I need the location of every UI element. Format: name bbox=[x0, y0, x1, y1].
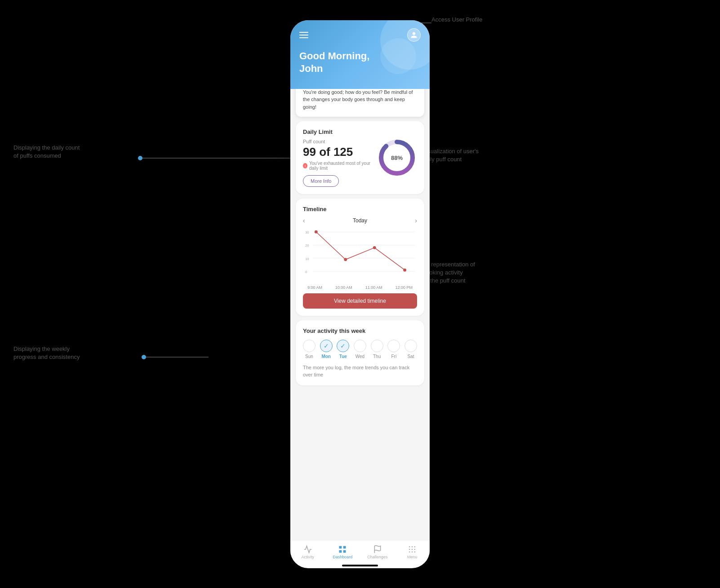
svg-text:30: 30 bbox=[305, 230, 309, 234]
motivation-text: You're doing good; how do you feel? Be m… bbox=[303, 89, 417, 111]
svg-rect-30 bbox=[343, 550, 346, 553]
svg-point-40 bbox=[414, 551, 416, 553]
donut-chart: 88% bbox=[377, 137, 417, 178]
daily-limit-title: Daily Limit bbox=[303, 128, 377, 135]
svg-point-38 bbox=[409, 551, 410, 553]
day-mon: ✓ Mon bbox=[320, 340, 333, 359]
nav-label-challenges: Challenges bbox=[367, 555, 387, 559]
svg-point-5 bbox=[138, 156, 142, 160]
menu-icon bbox=[408, 545, 417, 554]
timeline-next-button[interactable]: › bbox=[415, 217, 417, 224]
svg-point-33 bbox=[412, 546, 413, 547]
day-label-tue: Tue bbox=[339, 354, 347, 359]
motivation-card: You're doing good; how do you feel? Be m… bbox=[296, 89, 424, 117]
dashboard-icon bbox=[338, 545, 347, 554]
day-circle-thu bbox=[371, 340, 383, 352]
annotation-weekly-progress: Displaying the weeklyprogress and consis… bbox=[13, 345, 80, 361]
svg-point-36 bbox=[412, 548, 413, 550]
chart-x-labels: 9:00 AM 10:00 AM 11:00 AM 12:00 PM bbox=[303, 285, 417, 290]
daily-limit-card: Daily Limit Puff count 99 of 125 ! You'v… bbox=[296, 121, 424, 194]
day-tue: ✓ Tue bbox=[337, 340, 349, 359]
svg-point-34 bbox=[414, 546, 416, 547]
bottom-nav: Activity Dashboard Challenges bbox=[290, 540, 430, 562]
daily-limit-info: Daily Limit Puff count 99 of 125 ! You'v… bbox=[303, 128, 377, 187]
timeline-current-date: Today bbox=[353, 217, 367, 224]
svg-rect-27 bbox=[339, 546, 342, 548]
nav-label-dashboard: Dashboard bbox=[333, 555, 352, 559]
day-label-sat: Sat bbox=[407, 354, 414, 359]
day-label-mon: Mon bbox=[321, 354, 331, 359]
svg-point-25 bbox=[373, 246, 376, 249]
annotation-visualization: Visualization of user'sdaily puff count bbox=[422, 147, 479, 164]
day-circle-sun bbox=[303, 340, 316, 352]
day-circle-mon: ✓ bbox=[320, 340, 333, 352]
svg-point-35 bbox=[409, 548, 410, 550]
day-sat: Sat bbox=[404, 340, 417, 359]
svg-text:20: 20 bbox=[305, 244, 309, 248]
annotation-daily-count: Displaying the daily countof puffs consu… bbox=[13, 144, 80, 160]
day-label-fri: Fri bbox=[391, 354, 396, 359]
svg-rect-29 bbox=[339, 550, 342, 553]
app-header: Good Morning,John bbox=[290, 20, 430, 89]
view-timeline-button[interactable]: View detailed timeline bbox=[303, 293, 417, 309]
nav-label-activity: Activity bbox=[301, 555, 314, 559]
day-thu: Thu bbox=[371, 340, 383, 359]
scroll-content[interactable]: You're doing good; how do you feel? Be m… bbox=[290, 89, 430, 540]
day-wed: Wed bbox=[354, 340, 366, 359]
chart-label-10am: 10:00 AM bbox=[335, 285, 352, 290]
weekly-activity-title: Your activity this week bbox=[303, 327, 417, 334]
timeline-nav: ‹ Today › bbox=[303, 217, 417, 224]
puff-count: 99 of 125 bbox=[303, 145, 377, 159]
warning-icon: ! bbox=[303, 163, 307, 168]
day-circle-fri bbox=[387, 340, 400, 352]
puff-label: Puff count bbox=[303, 139, 377, 144]
day-label-wed: Wed bbox=[356, 354, 364, 359]
puff-warning: ! You've exhausted most of your daily li… bbox=[303, 161, 377, 171]
home-indicator bbox=[342, 565, 378, 566]
svg-point-26 bbox=[403, 269, 406, 272]
svg-point-24 bbox=[344, 258, 347, 261]
chart-label-11am: 11:00 AM bbox=[365, 285, 382, 290]
annotation-access-profile: Access User Profile bbox=[431, 16, 482, 24]
day-circle-wed bbox=[354, 340, 366, 352]
nav-activity[interactable]: Activity bbox=[295, 545, 320, 559]
phone-shell: Good Morning,John You're doing good; how… bbox=[290, 20, 430, 568]
day-label-thu: Thu bbox=[373, 354, 381, 359]
timeline-title: Timeline bbox=[303, 206, 417, 212]
svg-text:10: 10 bbox=[305, 257, 309, 261]
hamburger-menu-button[interactable] bbox=[299, 32, 308, 38]
day-label-sun: Sun bbox=[305, 354, 313, 359]
day-circle-sat bbox=[404, 340, 417, 352]
svg-point-12 bbox=[142, 355, 146, 359]
week-days: Sun ✓ Mon ✓ Tue Wed bbox=[303, 340, 417, 359]
svg-point-32 bbox=[409, 546, 410, 547]
chart-label-9am: 9:00 AM bbox=[307, 285, 322, 290]
weekly-note: The more you log, the more trends you ca… bbox=[303, 364, 417, 378]
chart-label-12pm: 12:00 PM bbox=[395, 285, 413, 290]
svg-text:0: 0 bbox=[305, 270, 307, 274]
timeline-prev-button[interactable]: ‹ bbox=[303, 217, 305, 224]
nav-label-menu: Menu bbox=[407, 555, 418, 559]
svg-point-39 bbox=[412, 551, 413, 553]
activity-icon bbox=[303, 545, 312, 554]
more-info-button[interactable]: More Info bbox=[303, 175, 339, 187]
donut-percentage: 88% bbox=[391, 155, 403, 161]
nav-challenges[interactable]: Challenges bbox=[365, 545, 390, 559]
challenges-icon bbox=[373, 545, 382, 554]
chart-svg: 30 20 10 0 bbox=[303, 228, 417, 282]
day-sun: Sun bbox=[303, 340, 316, 359]
svg-point-37 bbox=[414, 548, 416, 550]
nav-dashboard[interactable]: Dashboard bbox=[330, 545, 355, 559]
day-fri: Fri bbox=[387, 340, 400, 359]
timeline-card: Timeline ‹ Today › 30 20 10 0 bbox=[296, 199, 424, 316]
timeline-chart: 30 20 10 0 bbox=[303, 228, 417, 282]
day-circle-tue: ✓ bbox=[337, 340, 349, 352]
svg-point-23 bbox=[315, 230, 318, 234]
svg-rect-28 bbox=[343, 546, 346, 548]
nav-menu[interactable]: Menu bbox=[400, 545, 425, 559]
weekly-activity-card: Your activity this week Sun ✓ Mon ✓ Tue bbox=[296, 320, 424, 385]
